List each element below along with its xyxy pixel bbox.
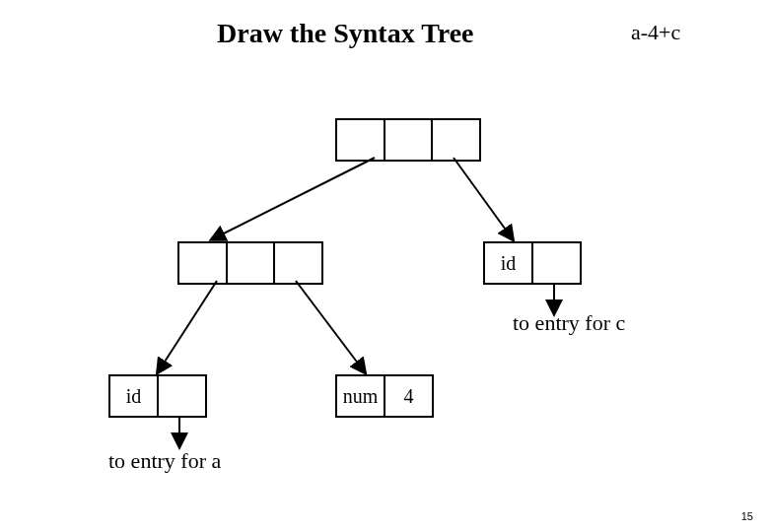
node-right: id [483, 241, 582, 285]
annotation-entry-c: to entry for c [513, 310, 625, 336]
svg-line-3 [158, 281, 217, 372]
page-number: 15 [741, 510, 753, 522]
node-leaf-a-cell-1: id [110, 376, 159, 416]
node-leaf-num-cell-1: num [337, 376, 385, 416]
node-root-cell-3 [433, 120, 479, 160]
svg-line-4 [296, 281, 365, 372]
expression-text: a-4+c [631, 20, 680, 45]
node-left-cell-1 [179, 243, 228, 283]
node-leaf-a-cell-2 [159, 376, 205, 416]
node-right-cell-1: id [485, 243, 533, 283]
node-left-cell-3 [275, 243, 321, 283]
node-left [177, 241, 323, 285]
annotation-entry-a: to entry for a [108, 448, 221, 474]
page-title: Draw the Syntax Tree [217, 18, 474, 49]
node-root-cell-2 [385, 120, 434, 160]
node-root-cell-1 [337, 120, 385, 160]
svg-line-1 [212, 158, 375, 239]
node-root [335, 118, 481, 162]
svg-line-2 [454, 158, 513, 239]
node-left-cell-2 [228, 243, 276, 283]
node-leaf-a: id [108, 374, 207, 418]
node-leaf-num-cell-2: 4 [385, 376, 432, 416]
node-leaf-num: num 4 [335, 374, 434, 418]
node-right-cell-2 [533, 243, 580, 283]
